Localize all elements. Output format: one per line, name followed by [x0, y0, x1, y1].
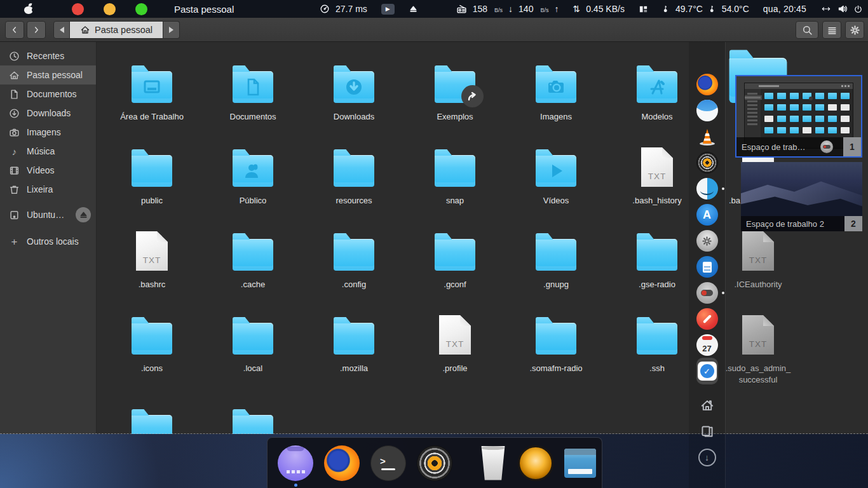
folder-item[interactable]: .icons [104, 313, 200, 374]
gpu-temp-value: 54.0°C [722, 4, 749, 14]
app-launcher-icon [278, 445, 313, 481]
plus-icon: + [9, 236, 20, 247]
active-app-title[interactable]: Pasta pessoal [174, 4, 234, 15]
network-arrows-icon[interactable] [820, 4, 832, 13]
back-button[interactable] [5, 21, 24, 39]
breadcrumb-next-button[interactable] [163, 21, 180, 39]
dock-item-mail[interactable] [696, 100, 718, 121]
sidebar-item-recentes[interactable]: Recentes [0, 46, 96, 65]
folder-item[interactable]: Imagens [508, 61, 604, 123]
file-item-txt[interactable]: TXT.profile [407, 313, 503, 374]
breadcrumb-prev-button[interactable] [53, 21, 70, 39]
media-play-button[interactable]: ▶ [381, 4, 395, 15]
sidebar-item-pasta-pessoal[interactable]: Pasta pessoal [0, 65, 96, 85]
dock-item-copy[interactable] [696, 421, 718, 442]
workspace-thumbnail-1[interactable]: Espaço de trab… 1 [735, 75, 862, 158]
folder-icon [407, 145, 503, 187]
dock-item-tasks[interactable]: ✓ [696, 360, 718, 382]
folder-icon [205, 61, 301, 103]
dock-item-files[interactable] [696, 178, 718, 200]
bottom-dock-item-firefox[interactable] [324, 445, 360, 481]
folder-item[interactable]: snap [407, 145, 503, 207]
dock-item-downloads[interactable]: ↓ [696, 447, 718, 468]
folder-icon [104, 405, 200, 434]
sidebar-item-imagens[interactable]: Imagens [0, 123, 96, 142]
folder-item[interactable]: .mozilla [306, 313, 402, 374]
folder-icon [104, 145, 200, 187]
file-label: Imagens [508, 111, 604, 123]
sidebar-item-m-sica[interactable]: ♪Música [0, 142, 96, 161]
ping-value: 27.7 ms [336, 4, 367, 14]
folder-item[interactable] [104, 405, 200, 434]
folder-item[interactable]: Público [205, 145, 301, 207]
folder-item[interactable]: .somafm-radio [508, 313, 604, 374]
volume-icon[interactable] [837, 4, 848, 14]
maximize-window-dot[interactable] [135, 3, 147, 15]
breadcrumb-current[interactable]: Pasta pessoal [70, 21, 163, 39]
options-gear-button[interactable] [845, 21, 864, 39]
folder-item[interactable]: Área de Trabalho [104, 61, 200, 123]
eject-button[interactable] [76, 207, 91, 222]
folder-item[interactable]: .gconf [407, 229, 503, 290]
dock-item-firefox[interactable] [696, 74, 718, 95]
bottom-dock-item-sphere[interactable] [518, 445, 553, 481]
dock-item-notes[interactable] [696, 308, 718, 330]
folder-item[interactable]: Exemplos [407, 61, 503, 123]
calendar-icon: 27 [696, 334, 718, 356]
sidebar-item-device-ubuntu[interactable]: Ubuntu… [0, 205, 96, 224]
folder-item[interactable]: .cache [205, 229, 301, 290]
close-window-dot[interactable] [72, 3, 84, 15]
trash-icon [9, 184, 20, 195]
folder-item[interactable]: Vídeos [508, 145, 604, 207]
window-toolbar: Pasta pessoal [0, 18, 868, 42]
eject-icon[interactable] [409, 4, 418, 14]
workspace-thumbnail-2[interactable]: Espaço de trabalho 2 2 [741, 162, 862, 231]
trash-bin-icon [479, 446, 507, 480]
bottom-dock-item-trash[interactable] [479, 446, 507, 480]
bottom-dock-item-radio[interactable] [417, 445, 452, 481]
folder-item[interactable] [205, 405, 301, 434]
workspace-grid-icon[interactable] [639, 4, 648, 14]
dock-item-appstore[interactable]: A [696, 204, 718, 226]
dock-item-calendar[interactable]: 27 [696, 334, 718, 356]
appstore-icon: A [696, 204, 718, 226]
dock-item-docs[interactable] [696, 256, 718, 278]
folder-item[interactable]: resources [306, 145, 402, 207]
folder-item[interactable]: .config [306, 229, 402, 290]
bottom-dock-item-terminal[interactable]: > [370, 445, 406, 481]
running-indicator-dot [722, 292, 724, 294]
folder-item[interactable]: .gnupg [508, 229, 604, 290]
radio-applet-icon[interactable] [456, 4, 467, 15]
dock-item-radio[interactable] [696, 152, 718, 173]
dock-item-vlc[interactable] [696, 126, 718, 147]
sidebar-item-v-deos[interactable]: Vídeos [0, 161, 96, 180]
bottom-dock-item-launcher[interactable] [278, 445, 313, 481]
sidebar-item-other-locations[interactable]: +Outros locais [0, 232, 96, 251]
apple-menu-icon[interactable] [24, 4, 34, 14]
sidebar-item-documentos[interactable]: Documentos [0, 85, 96, 104]
document-icon [9, 89, 20, 100]
folder-item[interactable]: public [104, 145, 200, 207]
dock-item-settings[interactable] [696, 230, 718, 252]
bottom-dock-item-window[interactable] [564, 449, 596, 478]
file-label: .bashrc [104, 279, 200, 290]
thermometer-icon [662, 4, 670, 14]
mini-window-titlebar [745, 83, 853, 89]
folder-item[interactable]: Documentos [205, 61, 301, 123]
folder-item[interactable]: Downloads [306, 61, 402, 123]
sidebar-item-downloads[interactable]: Downloads [0, 104, 96, 123]
forward-button[interactable] [27, 21, 46, 39]
folder-icon [407, 229, 503, 271]
sidebar-item-lixeira[interactable]: Lixeira [0, 180, 96, 199]
sidebar-other-label: Outros locais [27, 236, 79, 247]
dock-item-home[interactable] [696, 395, 718, 416]
dock-item-tweaks[interactable] [696, 282, 718, 304]
list-view-button[interactable] [822, 21, 841, 39]
clock[interactable]: qua, 20:45 [763, 4, 806, 14]
power-icon[interactable] [853, 4, 863, 14]
minimize-window-dot[interactable] [104, 3, 116, 15]
file-item-txt[interactable]: TXT.bashrc [104, 229, 200, 290]
folder-icon [407, 61, 503, 103]
search-button[interactable] [796, 21, 818, 39]
folder-item[interactable]: .local [205, 313, 301, 374]
